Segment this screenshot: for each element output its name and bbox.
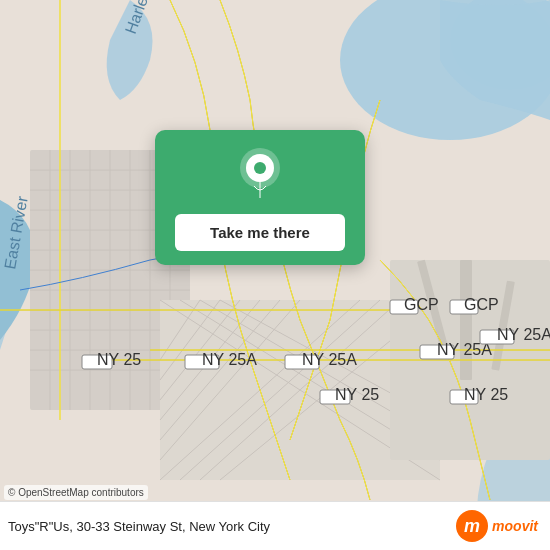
svg-text:NY 25: NY 25 — [335, 386, 379, 403]
svg-rect-38 — [460, 260, 472, 380]
svg-text:GCP: GCP — [404, 296, 439, 313]
pin-icon-wrap — [238, 148, 282, 204]
map-container: NY 25 NY 25A NY 25A GCP GCP NY 25A NY 25… — [0, 0, 550, 550]
take-me-there-button[interactable]: Take me there — [175, 214, 345, 251]
bottom-bar: Toys"R"Us, 30-33 Steinway St, New York C… — [0, 501, 550, 550]
svg-text:NY 25A: NY 25A — [302, 351, 357, 368]
svg-text:NY 25A: NY 25A — [202, 351, 257, 368]
svg-text:GCP: GCP — [464, 296, 499, 313]
location-card: Take me there — [155, 130, 365, 265]
copyright-text: © OpenStreetMap contributors — [4, 485, 148, 500]
map-background: NY 25 NY 25A NY 25A GCP GCP NY 25A NY 25… — [0, 0, 550, 550]
svg-text:NY 25: NY 25 — [464, 386, 508, 403]
svg-text:NY 25: NY 25 — [97, 351, 141, 368]
moovit-logo: m moovit — [456, 510, 538, 542]
location-text: Toys"R"Us, 30-33 Steinway St, New York C… — [8, 519, 456, 534]
moovit-m-icon: m — [456, 510, 488, 542]
map-pin-icon — [238, 148, 282, 200]
moovit-word: moovit — [492, 518, 538, 534]
svg-text:NY 25A: NY 25A — [497, 326, 550, 343]
svg-point-71 — [254, 162, 266, 174]
